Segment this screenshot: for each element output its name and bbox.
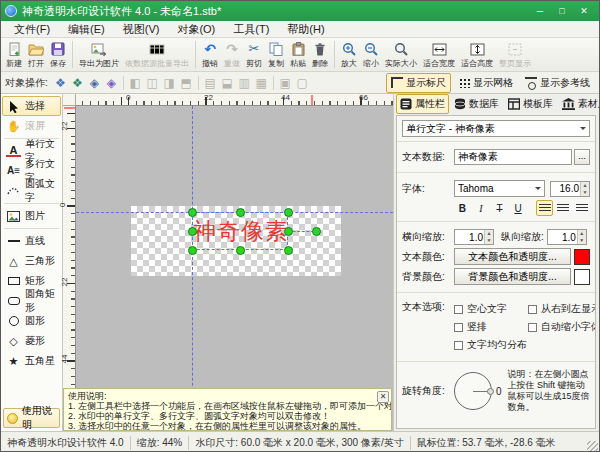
menu-tools[interactable]: 工具(T): [224, 21, 278, 38]
selection-handle-nw[interactable]: [188, 208, 197, 217]
text-data-input[interactable]: 神奇像素: [454, 149, 572, 165]
text-color-swatch[interactable]: [574, 249, 590, 265]
font-family-dropdown[interactable]: Tahoma: [454, 180, 545, 197]
selection-handle-w[interactable]: [188, 227, 197, 236]
selection-handle-s[interactable]: [236, 246, 245, 255]
rotation-dial[interactable]: [454, 372, 492, 410]
option-right-to-left[interactable]: 从右到左显示: [528, 302, 596, 316]
rotation-handle[interactable]: [312, 227, 321, 236]
text-color-label: 文本颜色:: [402, 250, 454, 264]
spin-up-icon[interactable]: ▲: [578, 230, 586, 237]
tool-triangle[interactable]: △ 三角形: [2, 251, 61, 271]
menu-edit[interactable]: 编辑(E): [59, 21, 114, 38]
delete-button[interactable]: 删除: [309, 39, 331, 70]
bg-color-button[interactable]: 背景颜色和透明度...: [454, 268, 571, 285]
show-ruler-button[interactable]: 显示标尺: [386, 73, 451, 93]
tool-circle[interactable]: 圆形: [2, 311, 61, 331]
strikethrough-button[interactable]: T: [491, 200, 508, 216]
vruler-label: 44: [61, 355, 69, 364]
tab-database[interactable]: 数据库: [450, 94, 503, 114]
tool-diamond[interactable]: ◇ 菱形: [2, 331, 61, 351]
selection-handle-ne[interactable]: [284, 208, 293, 217]
move-layer-up-icon[interactable]: ◈: [86, 75, 103, 91]
align-right-button[interactable]: [573, 200, 590, 216]
underline-button[interactable]: U: [510, 200, 527, 216]
object-selector-dropdown[interactable]: 单行文字 - 神奇像素: [402, 120, 590, 137]
usage-close-button[interactable]: ✕: [377, 391, 389, 403]
show-grid-button[interactable]: 显示网格: [453, 73, 518, 93]
fit-height-button[interactable]: 适合高度: [458, 39, 496, 70]
tool-rounded-rectangle[interactable]: 圆角矩形: [2, 291, 61, 311]
tab-materials[interactable]: 素材库: [558, 94, 599, 114]
option-even-distribution[interactable]: 文字均匀分布: [454, 338, 526, 352]
zoom-out-button[interactable]: 缩小: [360, 39, 382, 70]
database-icon: [454, 98, 466, 110]
align-left-button[interactable]: [536, 200, 553, 216]
move-layer-down-icon[interactable]: ◈: [103, 75, 120, 91]
paste-button[interactable]: 粘贴: [287, 39, 309, 70]
zoom-in-button[interactable]: 放大: [338, 39, 360, 70]
spin-down-icon[interactable]: ▼: [581, 189, 589, 196]
checkbox-icon: [454, 341, 463, 350]
selection-box[interactable]: [192, 212, 288, 250]
selection-handle-sw[interactable]: [188, 246, 197, 255]
vertical-guide-line[interactable]: [192, 106, 193, 431]
spin-down-icon[interactable]: ▼: [578, 237, 586, 244]
canvas-region: 0 22 44 66 22 0 22 44 神奇像素: [63, 94, 393, 431]
maximize-button[interactable]: □: [551, 3, 573, 19]
rotation-knob[interactable]: [487, 388, 494, 395]
tab-templates[interactable]: 模板库: [504, 94, 557, 114]
rectangle-icon: [6, 277, 21, 285]
selection-handle-n[interactable]: [236, 208, 245, 217]
bg-color-swatch[interactable]: [574, 269, 590, 285]
tool-line[interactable]: 直线: [2, 231, 61, 251]
v-scale-spinner[interactable]: 1.0 ▲▼: [547, 229, 587, 245]
close-button[interactable]: ✕: [573, 3, 595, 19]
whole-page-icon: [508, 41, 522, 57]
text-color-button[interactable]: 文本颜色和透明度...: [454, 248, 571, 265]
align-center-button[interactable]: [555, 200, 572, 216]
option-auto-shrink-font[interactable]: 自动缩小字体: [528, 320, 596, 334]
open-button[interactable]: 打开: [25, 39, 47, 70]
option-vertical-text[interactable]: 竖排: [454, 320, 526, 334]
save-button[interactable]: 保存: [47, 39, 69, 70]
actual-size-button[interactable]: 实际大小: [382, 39, 420, 70]
main-toolbar: 新建 打开 保存 导出为图片 依数据源批量导出 ↶ 撤销 ↷ 重做 ✂: [1, 38, 599, 72]
menu-file[interactable]: 文件(F): [5, 21, 59, 38]
tab-properties[interactable]: 属性栏: [396, 94, 449, 114]
menu-object[interactable]: 对象(O): [168, 21, 224, 38]
usage-help-button[interactable]: 使用说明: [3, 408, 60, 428]
bring-to-front-icon[interactable]: ❖: [52, 75, 69, 91]
rotation-note: 说明：在左侧小圆点上按住 Shift 键拖动鼠标可以生成15度倍数角。: [508, 369, 590, 413]
canvas[interactable]: 神奇像素: [76, 106, 393, 431]
option-hollow-text[interactable]: 空心文字: [454, 302, 526, 316]
spin-up-icon[interactable]: ▲: [581, 182, 589, 189]
spin-down-icon[interactable]: ▼: [485, 237, 493, 244]
cut-button[interactable]: ✂ 剪切: [243, 39, 265, 70]
menu-help[interactable]: 帮助(H): [278, 21, 333, 38]
selection-handle-se[interactable]: [284, 246, 293, 255]
selection-handle-e[interactable]: [284, 227, 293, 236]
tool-star[interactable]: ★ 五角星: [2, 351, 61, 371]
show-guides-button[interactable]: 显示参考线: [520, 73, 595, 93]
spin-up-icon[interactable]: ▲: [485, 230, 493, 237]
redo-button: ↷ 重做: [221, 39, 243, 70]
export-image-button[interactable]: 导出为图片: [76, 39, 122, 70]
undo-button[interactable]: ↶ 撤销: [199, 39, 221, 70]
font-size-spinner[interactable]: 16.0 ▲▼: [550, 181, 590, 197]
copy-button[interactable]: 复制: [265, 39, 287, 70]
fit-width-button[interactable]: 适合宽度: [420, 39, 458, 70]
tool-image[interactable]: 图片: [2, 206, 61, 226]
tool-arc-text[interactable]: 圆弧文字: [2, 181, 61, 201]
bold-button[interactable]: B: [454, 200, 471, 216]
menu-view[interactable]: 视图(V): [114, 21, 169, 38]
chevron-down-icon: [580, 127, 586, 133]
tool-select[interactable]: 选择: [2, 96, 61, 116]
minimize-button[interactable]: ─: [529, 3, 551, 19]
h-scale-spinner[interactable]: 1.0 ▲▼: [454, 229, 494, 245]
send-to-back-icon[interactable]: ❖: [69, 75, 86, 91]
resize-grip[interactable]: [587, 441, 598, 452]
italic-button[interactable]: I: [473, 200, 490, 216]
new-button[interactable]: 新建: [3, 39, 25, 70]
text-data-more-button[interactable]: ...: [574, 149, 590, 165]
